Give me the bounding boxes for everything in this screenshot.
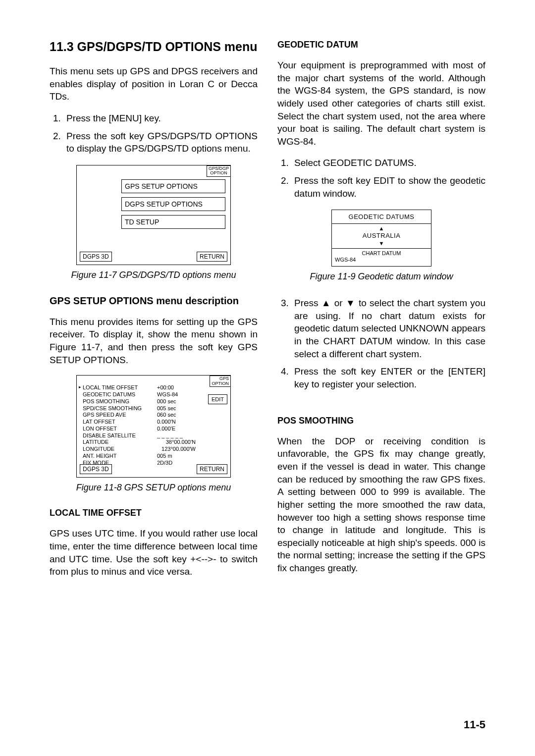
softkey-dgps: DGPS 3D (80, 252, 112, 262)
page: 11.3 GPS/DGPS/TD OPTIONS menu This menu … (0, 0, 535, 756)
figure-caption: Figure 11-8 GPS SETUP options menu (50, 483, 258, 493)
pos-smoothing-heading: POS SMOOTHING (277, 416, 485, 426)
softkey-dgps: DGPS 3D (80, 464, 112, 474)
geodetic-heading: GEODETIC DATUM (277, 40, 485, 50)
local-time-heading: LOCAL TIME OFFSET (50, 508, 258, 518)
softkey-edit: EDIT (208, 394, 227, 404)
figure-options-menu: GPS/DGP OPTION GPS SETUP OPTIONS DGPS SE… (76, 165, 231, 265)
step: Press the [MENU] key. (63, 112, 258, 125)
list-item: GPS SPEED AVE060 sec (83, 412, 201, 419)
softkey-row: DGPS 3D RETURN (80, 252, 227, 262)
geodetic-steps-b: Press ▲ or ▼ to select the chart system … (277, 297, 485, 390)
list-item: GEODETIC DATUMSWGS-84 (83, 391, 201, 398)
section-steps: Press the [MENU] key. Press the soft key… (50, 112, 258, 155)
softkey-return: RETURN (197, 464, 227, 474)
local-time-body: GPS uses UTC time. If you would rather u… (50, 527, 258, 578)
screen-tag: GPS OPTION (210, 376, 231, 387)
tag-line: OPTION (210, 170, 227, 175)
arrow-up-icon: ▲ (332, 226, 431, 231)
step: Press the soft key EDIT to show the geod… (291, 174, 485, 200)
section-title: 11.3 GPS/DGPS/TD OPTIONS menu (50, 40, 258, 54)
figure-setup-options: GPS OPTION ▸ LOCAL TIME OFFSET+00:00 GEO… (76, 375, 231, 478)
list-item: DISABLE SATELLITE_ _ _ _ _ _ (83, 432, 201, 439)
list-item: SPD/CSE SMOOTHING005 sec (83, 405, 201, 412)
gps-setup-heading: GPS SETUP OPTIONS menu description (50, 295, 258, 307)
geodetic-steps-a: Select GEODETIC DATUMS. Press the soft k… (277, 157, 485, 200)
geodetic-body: Your equipment is preprogrammed with mos… (277, 59, 485, 148)
right-column: GEODETIC DATUM Your equipment is preprog… (277, 40, 485, 587)
chart-datum-row: CHART DATUM WGS-84 (332, 249, 431, 267)
chart-datum-value: WGS-84 (335, 257, 428, 264)
selector-row: ▲ AUSTRALIA ▼ (332, 224, 431, 248)
chart-datum-label: CHART DATUM (335, 250, 428, 257)
left-column: 11.3 GPS/DGPS/TD OPTIONS menu This menu … (50, 40, 258, 587)
menu-items: GPS SETUP OPTIONS DGPS SETUP OPTIONS TD … (121, 179, 225, 233)
menu-item: GPS SETUP OPTIONS (121, 179, 225, 193)
page-number: 11-5 (464, 718, 485, 731)
list-item: ANT. HEIGHT005 m (83, 453, 201, 460)
figure-geodetic-window: GEODETIC DATUMS ▲ AUSTRALIA ▼ CHART DATU… (331, 210, 431, 267)
figure-caption: Figure 11-7 GPS/DGPS/TD options menu (50, 270, 258, 280)
step: Select GEODETIC DATUMS. (291, 157, 485, 169)
list-item: LONGITUDE123°00.000'W (83, 446, 201, 453)
list-item: POS SMOOTHING000 sec (83, 398, 201, 405)
selected-value: AUSTRALIA (332, 231, 431, 240)
step: Press ▲ or ▼ to select the chart system … (291, 297, 485, 360)
step: Press the soft key ENTER or the [ENTER] … (291, 365, 485, 390)
menu-item: DGPS SETUP OPTIONS (121, 197, 225, 211)
list-item: LOCAL TIME OFFSET+00:00 (83, 384, 201, 391)
tag-line: OPTION (212, 381, 229, 386)
spacer (277, 401, 485, 416)
two-column-layout: 11.3 GPS/DGPS/TD OPTIONS menu This menu … (50, 40, 485, 587)
section-intro: This menu sets up GPS and DPGS receivers… (50, 65, 258, 103)
list-item: LATITUDE38°00.000'N (83, 439, 201, 446)
menu-item: TD SETUP (121, 215, 225, 229)
window-title: GEODETIC DATUMS (332, 210, 431, 224)
cursor-icon: ▸ (79, 384, 81, 389)
figure-caption: Figure 11-9 Geodetic datum window (277, 271, 485, 282)
gps-setup-body: This menu provides items for setting up … (50, 316, 258, 367)
screen-tag: GPS/DGP OPTION (207, 165, 231, 177)
softkey-return: RETURN (197, 252, 227, 262)
arrow-down-icon: ▼ (332, 241, 431, 246)
step: Press the soft key GPS/DGPS/TD OPTIONS t… (63, 130, 258, 155)
list-item: LON OFFSET0.000'E (83, 426, 201, 432)
softkey-row: DGPS 3D RETURN (80, 464, 227, 474)
pos-smoothing-body: When the DOP or receiving condition is u… (277, 435, 485, 575)
setup-list: LOCAL TIME OFFSET+00:00 GEODETIC DATUMSW… (83, 384, 201, 466)
list-item: LAT OFFSET0.000'N (83, 419, 201, 426)
